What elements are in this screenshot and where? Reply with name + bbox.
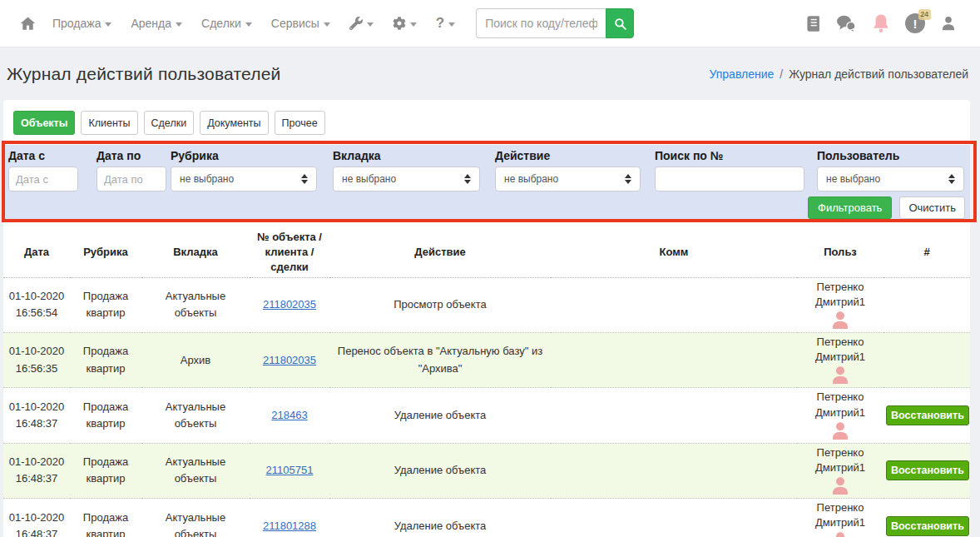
log-tabs: Объекты Клиенты Сделки Документы Прочее <box>3 100 970 135</box>
select-arrows-icon <box>464 174 471 184</box>
clear-button[interactable]: Очистить <box>899 196 965 219</box>
tab-other[interactable]: Прочее <box>275 111 325 135</box>
chat-icon[interactable] <box>835 14 857 32</box>
col-rubric: Рубрика <box>70 228 141 277</box>
col-user: Польз <box>797 228 883 277</box>
nav-menu-sales[interactable]: Продажа <box>52 17 111 30</box>
search-button[interactable] <box>606 8 634 38</box>
tab-documents[interactable]: Документы <box>200 111 268 135</box>
filter-button[interactable]: Фильтровать <box>808 196 892 219</box>
user-filter-label: Пользователь <box>817 149 964 162</box>
nav-menu-deals[interactable]: Сделки <box>201 17 252 30</box>
user-person-icon <box>799 531 881 537</box>
object-link[interactable]: 211801288 <box>263 520 316 532</box>
notifications-bell-icon[interactable] <box>872 13 890 33</box>
breadcrumb-link-management[interactable]: Управление <box>709 67 774 81</box>
alerts-icon[interactable]: ! 24 <box>905 13 925 33</box>
user-select[interactable]: не выбрано <box>817 167 964 191</box>
chevron-down-icon <box>410 22 417 27</box>
object-link[interactable]: 218463 <box>271 409 307 421</box>
col-action: Действие <box>329 228 551 277</box>
journal-icon[interactable] <box>806 15 820 32</box>
rubric-select[interactable]: не выбрано <box>171 167 317 191</box>
user-person-icon <box>799 311 881 331</box>
rubric-label: Рубрика <box>171 149 317 162</box>
search-input[interactable] <box>476 8 606 38</box>
tab-deals[interactable]: Сделки <box>144 111 195 135</box>
chevron-down-icon <box>176 22 182 27</box>
nav-menu-services[interactable]: Сервисы <box>271 17 330 30</box>
table-row: 01-10-2020 16:56:54 Продажа квартир Акту… <box>3 277 970 332</box>
date-to-input[interactable] <box>97 167 166 191</box>
select-arrows-icon <box>948 174 955 184</box>
tab-filter-label: Вкладка <box>333 149 480 162</box>
user-profile-icon[interactable] <box>940 15 957 32</box>
top-navbar: Продажа Аренда Сделки Сервисы ? <box>0 0 980 47</box>
table-header-row: Дата Рубрика Вкладка № объекта / клиента… <box>3 228 970 277</box>
col-tab: Вкладка <box>141 228 250 277</box>
chevron-down-icon <box>324 22 330 27</box>
chevron-down-icon <box>367 22 374 27</box>
search-icon <box>613 17 627 31</box>
user-person-icon <box>799 421 881 441</box>
table-row: 01-10-2020 16:48:37 Продажа квартир Акту… <box>3 388 970 443</box>
user-person-icon <box>799 476 881 496</box>
restore-button[interactable]: Восстановить <box>886 405 969 425</box>
restore-button[interactable]: Восстановить <box>886 516 969 536</box>
breadcrumb: Управление / Журнал действий пользовател… <box>709 67 968 81</box>
filter-panel: Дата с Дата по Рубрика не выбрано Вкладк… <box>3 145 970 219</box>
chevron-down-icon <box>245 22 252 27</box>
number-search-input[interactable] <box>655 167 804 191</box>
date-from-input[interactable] <box>8 167 78 191</box>
table-row: 01-10-2020 16:48:37 Продажа квартир Акту… <box>3 499 970 537</box>
object-link[interactable]: 21105751 <box>266 464 314 476</box>
col-date: Дата <box>3 228 70 277</box>
table-row: 01-10-2020 16:48:37 Продажа квартир Акту… <box>3 443 970 498</box>
number-search-label: Поиск по № <box>655 149 804 162</box>
page-head: Журнал действий пользователей Управление… <box>0 47 980 100</box>
content-card: Объекты Клиенты Сделки Документы Прочее … <box>3 100 970 537</box>
tab-select[interactable]: не выбрано <box>333 167 480 191</box>
col-number: № объекта / клиента / сделки <box>250 228 329 277</box>
object-link[interactable]: 211802035 <box>263 298 316 311</box>
navbar-search <box>476 8 634 38</box>
chevron-down-icon <box>448 22 455 27</box>
nav-menu-rent[interactable]: Аренда <box>131 17 182 30</box>
page-title: Журнал действий пользователей <box>7 64 281 84</box>
table-row: 01-10-2020 16:56:35 Продажа квартир Архи… <box>3 332 970 387</box>
date-from-label: Дата с <box>8 149 78 162</box>
tab-objects[interactable]: Объекты <box>13 111 75 135</box>
nav-menu-help[interactable]: ? <box>436 15 455 32</box>
object-link[interactable]: 211802035 <box>263 354 316 366</box>
wrench-icon <box>349 17 363 30</box>
actions-log-table: Дата Рубрика Вкладка № объекта / клиента… <box>3 228 970 537</box>
nav-menu-settings[interactable] <box>393 17 417 30</box>
nav-menu-tools[interactable] <box>349 17 374 30</box>
restore-button[interactable]: Восстановить <box>886 460 969 480</box>
action-select[interactable]: не выбрано <box>495 167 641 191</box>
col-comment: Комм <box>551 228 797 277</box>
chevron-down-icon <box>105 22 111 27</box>
select-arrows-icon <box>625 174 631 184</box>
select-arrows-icon <box>301 174 308 184</box>
gear-icon <box>393 17 406 30</box>
tab-clients[interactable]: Клиенты <box>81 111 137 135</box>
alerts-badge: 24 <box>918 9 931 20</box>
action-label: Действие <box>495 149 641 162</box>
date-to-label: Дата по <box>97 149 166 162</box>
user-person-icon <box>799 365 881 385</box>
col-restore: # <box>883 228 970 277</box>
help-icon: ? <box>436 15 444 32</box>
home-icon[interactable] <box>20 16 36 32</box>
navbar-right-icons: ! 24 <box>806 13 963 33</box>
